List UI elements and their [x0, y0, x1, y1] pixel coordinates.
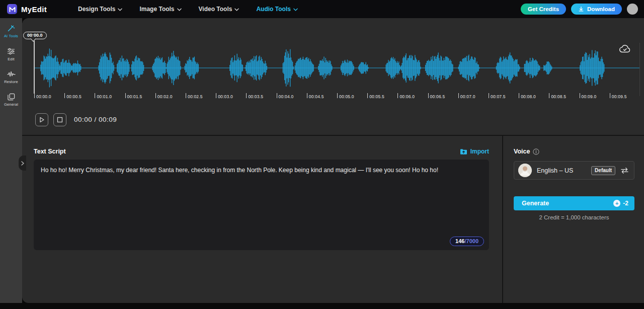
user-avatar[interactable]: [627, 4, 638, 15]
info-icon[interactable]: [533, 148, 539, 155]
chevron-right-icon: [21, 161, 24, 166]
timeline-tick: [580, 93, 580, 98]
chevron-down-icon: [293, 8, 298, 11]
timeline-tick: [186, 93, 186, 98]
layers-icon: [8, 93, 15, 101]
wand-icon: [7, 24, 15, 32]
sliders-icon: [7, 47, 15, 55]
timeline-tick-label: 00:02.0: [157, 94, 173, 99]
restore-wave-icon: [7, 70, 16, 78]
generate-label: Generate: [522, 200, 549, 207]
sidebar-item-edit[interactable]: Edit: [0, 46, 22, 62]
voice-name: English – US: [537, 167, 573, 174]
play-button[interactable]: [35, 113, 48, 126]
timeline-tick: [125, 93, 126, 98]
timeline-tick-label: 00:02.5: [188, 94, 203, 99]
play-icon: [39, 117, 45, 123]
nav-audio-tools-label: Audio Tools: [256, 6, 290, 13]
swap-voice-icon[interactable]: [620, 167, 629, 174]
import-folder-icon: [460, 148, 467, 155]
char-count: 146: [455, 238, 464, 244]
stop-icon: [57, 117, 63, 123]
timeline-tick: [246, 93, 247, 98]
timeline-tick: [34, 93, 35, 98]
myedit-logo-icon: [7, 4, 17, 14]
myedit-logo[interactable]: MyEdit: [7, 4, 47, 14]
timeline-tick-label: 00:00.0: [36, 94, 51, 99]
playhead-time-bubble[interactable]: 00:00.0: [23, 32, 47, 39]
timeline-tick-label: 00:08.0: [521, 94, 536, 99]
timeline-tick-label: 00:06.0: [399, 94, 415, 99]
timeline-tick-label: 00:01.5: [127, 94, 142, 99]
voice-selector[interactable]: English – US Default: [514, 161, 634, 180]
timeline-tick-label: 00:09.0: [582, 94, 597, 99]
script-title: Text Script: [34, 148, 66, 155]
sidebar-item-label: Restore: [4, 80, 18, 84]
sidebar-item-ai-tools[interactable]: AI Tools: [0, 23, 22, 39]
script-textarea[interactable]: Ho ho ho! Merry Christmas, my dear frien…: [34, 160, 489, 250]
timeline-tick-label: 00:05.0: [339, 94, 354, 99]
timeline-tick: [337, 93, 338, 98]
get-credits-button[interactable]: Get Credits: [521, 4, 566, 15]
import-label: Import: [470, 148, 489, 155]
character-counter: 146/7000: [450, 237, 484, 246]
timeline-tick: [489, 93, 489, 98]
waveform-right-edge: [639, 43, 640, 96]
text-script-panel: Text Script Import Ho ho ho! Merry Chris…: [22, 136, 502, 303]
time-separator: /: [92, 116, 99, 123]
nav-design-tools[interactable]: Design Tools: [78, 6, 122, 13]
timeline-tick-label: 00:01.0: [97, 94, 112, 99]
timeline-tick-label: 00:04.0: [279, 94, 294, 99]
import-button[interactable]: Import: [460, 148, 489, 155]
timeline-tick: [64, 93, 65, 98]
timeline-tick-label: 00:07.0: [460, 94, 475, 99]
chevron-down-icon: [177, 8, 182, 11]
voice-panel: Voice English – US Default Generate +: [503, 136, 644, 303]
nav-image-tools[interactable]: Image Tools: [139, 6, 181, 13]
logo-text: MyEdit: [21, 5, 47, 14]
panel-expand-handle[interactable]: [19, 156, 26, 171]
voice-header: Voice: [514, 148, 539, 155]
stop-button[interactable]: [53, 113, 66, 126]
timeline-tick: [216, 93, 216, 98]
timeline-tick: [519, 93, 519, 98]
timeline-tick-label: 00:03.5: [248, 94, 263, 99]
sidebar-item-label: AI Tools: [4, 34, 18, 38]
nav-video-tools-label: Video Tools: [199, 6, 232, 13]
chevron-down-icon: [234, 8, 239, 11]
logo-m-glyph: [9, 7, 16, 12]
playback-time-display: 00:00 / 00:09: [74, 113, 117, 126]
chevron-down-icon: [118, 8, 122, 11]
download-label: Download: [587, 6, 615, 12]
cloud-synced-icon: [619, 44, 631, 55]
nav-audio-tools[interactable]: Audio Tools: [256, 6, 297, 13]
timeline-tick: [367, 93, 368, 98]
default-badge: Default: [591, 166, 615, 175]
download-button[interactable]: Download: [571, 4, 622, 15]
timeline-tick: [397, 93, 398, 98]
credit-coin-icon: +: [613, 200, 620, 207]
timeline-tick-label: 00:08.5: [551, 94, 566, 99]
credit-cost: -2: [623, 200, 628, 207]
sidebar-item-general[interactable]: General: [0, 92, 22, 108]
timeline-tick-label: 00:06.5: [430, 94, 445, 99]
generate-button[interactable]: Generate + -2: [514, 196, 634, 210]
timeline-tick-label: 00:03.0: [218, 94, 233, 99]
main-nav: Design Tools Image Tools Video Tools Aud…: [78, 6, 298, 13]
nav-video-tools[interactable]: Video Tools: [199, 6, 239, 13]
sidebar-item-label: Edit: [8, 57, 15, 61]
sidebar-item-restore[interactable]: Restore: [0, 69, 22, 85]
timeline-tick: [428, 93, 429, 98]
timeline-tick: [95, 93, 95, 98]
timeline-tick: [610, 93, 610, 98]
playhead-line[interactable]: [34, 41, 35, 94]
generate-cost: + -2: [613, 200, 628, 207]
timeline-tick: [549, 93, 549, 98]
timeline-tick: [277, 93, 277, 98]
timeline-tick-label: 00:09.5: [612, 94, 627, 99]
main-content: 00:00.0 00:00.000:00.500:01.000:01.500:0…: [22, 18, 644, 303]
audio-waveform[interactable]: [34, 43, 640, 93]
voice-avatar: [518, 164, 532, 177]
timeline-tick-label: 00:07.5: [491, 94, 506, 99]
download-icon: [578, 6, 584, 12]
